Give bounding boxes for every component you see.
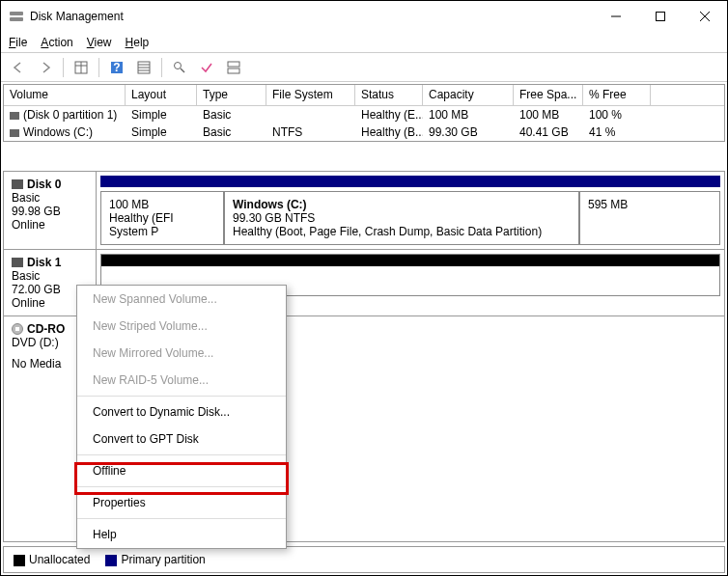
menu-new-spanned: New Spanned Volume... <box>77 286 286 313</box>
forward-button[interactable] <box>34 57 57 78</box>
back-button[interactable] <box>7 57 30 78</box>
menu-convert-gpt[interactable]: Convert to GPT Disk <box>77 425 286 453</box>
svg-text:?: ? <box>113 61 120 74</box>
col-layout[interactable]: Layout <box>126 85 197 105</box>
col-status[interactable]: Status <box>355 85 423 105</box>
check-icon[interactable] <box>195 57 218 78</box>
close-button[interactable] <box>683 1 727 32</box>
app-icon <box>9 9 24 24</box>
disk0-partition-windows[interactable]: Windows (C:) 99.30 GB NTFS Healthy (Boot… <box>224 191 579 245</box>
help-icon[interactable]: ? <box>105 57 128 78</box>
maximize-button[interactable] <box>638 1 683 32</box>
legend-bar: Unallocated Primary partition <box>3 546 725 573</box>
disk0-label[interactable]: Disk 0 Basic 99.98 GB Online <box>4 172 97 249</box>
disk0-partition-3[interactable]: 595 MB <box>579 191 720 245</box>
disk-icon <box>12 258 23 267</box>
col-free[interactable]: Free Spa... <box>514 85 583 105</box>
swatch-unallocated <box>14 555 25 566</box>
context-menu: New Spanned Volume... New Striped Volume… <box>76 285 287 549</box>
menu-help[interactable]: Help <box>126 36 150 49</box>
col-capacity[interactable]: Capacity <box>423 85 514 105</box>
menu-offline[interactable]: Offline <box>77 457 286 484</box>
menu-convert-dynamic[interactable]: Convert to Dynamic Disk... <box>77 398 286 425</box>
svg-rect-0 <box>10 12 23 15</box>
menu-new-mirrored: New Mirrored Volume... <box>77 340 286 367</box>
menu-help[interactable]: Help <box>77 521 286 548</box>
col-volume[interactable]: Volume <box>4 85 126 105</box>
svg-rect-17 <box>228 62 239 67</box>
menu-view[interactable]: View <box>87 36 112 49</box>
disk0-partition-1[interactable]: 100 MB Healthy (EFI System P <box>100 191 224 245</box>
volume-icon <box>10 129 19 137</box>
partition-header <box>101 255 719 266</box>
partition-header <box>100 176 720 187</box>
menu-file[interactable]: File <box>9 36 27 49</box>
col-type[interactable]: Type <box>197 85 266 105</box>
volume-row[interactable]: (Disk 0 partition 1) Simple Basic Health… <box>4 106 724 123</box>
legend-unallocated: Unallocated <box>14 553 90 566</box>
menu-new-raid5: New RAID-5 Volume... <box>77 367 286 394</box>
svg-rect-3 <box>657 13 665 21</box>
toolbar: ? <box>1 53 727 82</box>
minimize-button[interactable] <box>594 1 638 32</box>
menu-new-striped: New Striped Volume... <box>77 313 286 340</box>
details-view-icon[interactable] <box>70 57 93 78</box>
window-title: Disk Management <box>30 10 124 23</box>
col-filesystem[interactable]: File System <box>266 85 355 105</box>
svg-line-16 <box>181 69 184 72</box>
volume-list: Volume Layout Type File System Status Ca… <box>3 84 725 142</box>
legend-primary: Primary partition <box>105 553 205 566</box>
title-bar: Disk Management <box>1 1 727 32</box>
menu-action[interactable]: Action <box>41 36 72 49</box>
disk-row-0: Disk 0 Basic 99.98 GB Online 100 MB Heal… <box>4 172 724 250</box>
disk-icon <box>12 179 23 189</box>
volume-list-header[interactable]: Volume Layout Type File System Status Ca… <box>4 85 724 106</box>
svg-rect-1 <box>10 17 23 21</box>
cdrom-icon <box>12 323 23 335</box>
search-icon[interactable] <box>168 57 191 78</box>
volume-icon <box>10 112 19 120</box>
volume-row[interactable]: Windows (C:) Simple Basic NTFS Healthy (… <box>4 123 724 141</box>
list-icon[interactable] <box>132 57 155 78</box>
col-pctfree[interactable]: % Free <box>583 85 651 105</box>
layout-icon[interactable] <box>222 57 245 78</box>
swatch-primary <box>105 555 117 566</box>
menu-bar: File Action View Help <box>1 32 727 53</box>
svg-point-15 <box>175 62 182 69</box>
menu-properties[interactable]: Properties <box>77 489 286 516</box>
svg-rect-18 <box>228 69 239 73</box>
